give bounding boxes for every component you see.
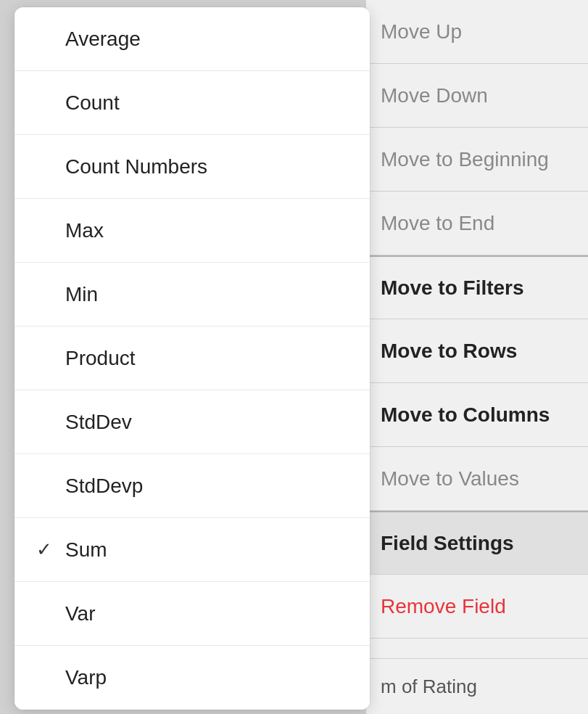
stddevp-checkmark (36, 475, 58, 497)
average-checkmark (36, 28, 58, 50)
move-down-label: Move Down (381, 84, 488, 107)
product-label: Product (65, 347, 136, 370)
move-to-filters-label: Move to Filters (381, 276, 524, 300)
menu-item-product[interactable]: Product (15, 327, 370, 390)
var-label: Var (65, 602, 96, 625)
stddev-checkmark (36, 411, 58, 433)
varp-label: Varp (65, 666, 107, 689)
menu-item-move-up[interactable]: Move Up (366, 0, 588, 64)
count-label: Count (65, 91, 120, 115)
var-checkmark (36, 602, 58, 625)
menu-item-move-to-values[interactable]: Move to Values (366, 447, 588, 511)
menu-item-average[interactable]: Average (15, 7, 370, 71)
remove-field-label: Remove Field (381, 595, 506, 618)
move-to-rows-label: Move to Rows (381, 340, 517, 363)
menu-item-max[interactable]: Max (15, 199, 370, 263)
menu-item-var[interactable]: Var (15, 582, 370, 646)
move-to-end-label: Move to End (381, 212, 494, 235)
min-checkmark (36, 283, 58, 305)
menu-item-min[interactable]: Min (15, 263, 370, 327)
count-numbers-label: Count Numbers (65, 155, 207, 178)
count-numbers-checkmark (36, 155, 58, 178)
menu-item-stddevp[interactable]: StdDevp (15, 454, 370, 518)
average-label: Average (65, 28, 141, 51)
bottom-label-bar: m of Rating (366, 658, 588, 714)
menu-item-move-to-columns[interactable]: Move to Columns (366, 383, 588, 447)
move-to-beginning-label: Move to Beginning (381, 148, 549, 171)
main-container: Move Up Move Down Move to Beginning Move… (0, 0, 588, 714)
right-context-menu: Move Up Move Down Move to Beginning Move… (366, 0, 588, 714)
menu-item-move-to-end[interactable]: Move to End (366, 192, 588, 255)
menu-item-move-to-rows[interactable]: Move to Rows (366, 319, 588, 383)
menu-item-count-numbers[interactable]: Count Numbers (15, 135, 370, 199)
menu-item-move-to-beginning[interactable]: Move to Beginning (366, 128, 588, 192)
menu-item-remove-field[interactable]: Remove Field (366, 575, 588, 639)
field-settings-label: Field Settings (381, 532, 514, 555)
menu-item-move-down[interactable]: Move Down (366, 64, 588, 128)
menu-item-field-settings[interactable]: Field Settings (366, 511, 588, 575)
menu-item-varp[interactable]: Varp (15, 646, 370, 710)
max-checkmark (36, 219, 58, 242)
min-label: Min (65, 283, 98, 306)
left-submenu: Average Count Count Numbers Max Min Prod… (15, 7, 370, 710)
move-to-values-label: Move to Values (381, 467, 519, 491)
max-label: Max (65, 219, 104, 242)
menu-item-stddev[interactable]: StdDev (15, 390, 370, 454)
sum-checkmark: ✓ (36, 538, 58, 561)
stddevp-label: StdDevp (65, 475, 143, 498)
move-up-label: Move Up (381, 20, 462, 44)
count-checkmark (36, 91, 58, 114)
bottom-label-text: m of Rating (381, 676, 477, 698)
menu-item-count[interactable]: Count (15, 71, 370, 135)
stddev-label: StdDev (65, 411, 132, 434)
menu-item-sum[interactable]: ✓ Sum (15, 518, 370, 582)
product-checkmark (36, 347, 58, 369)
menu-item-move-to-filters[interactable]: Move to Filters (366, 255, 588, 319)
varp-checkmark (36, 667, 58, 689)
move-to-columns-label: Move to Columns (381, 403, 550, 427)
sum-label: Sum (65, 538, 107, 562)
